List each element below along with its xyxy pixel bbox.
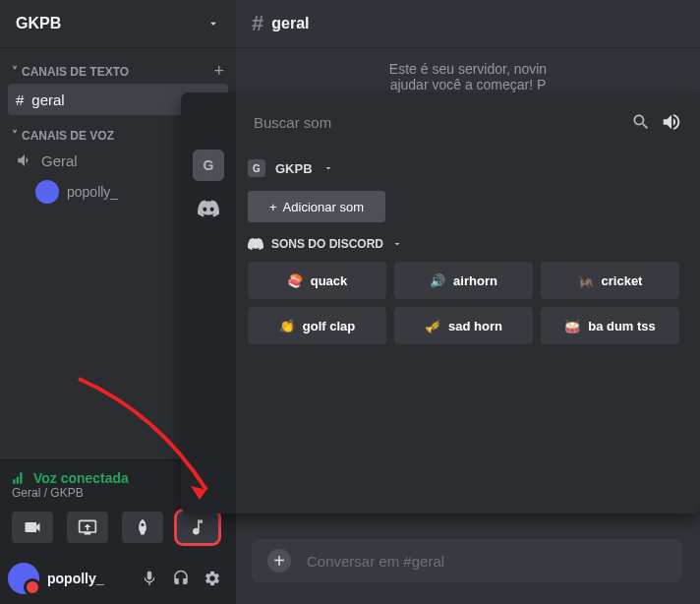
- sound-label: sad horn: [448, 319, 502, 333]
- sound-quack[interactable]: 🍣quack: [248, 262, 386, 299]
- sound-emoji: 🥁: [564, 319, 580, 333]
- sound-sad-horn[interactable]: 🎺sad horn: [394, 307, 533, 344]
- chevron-down-icon: [206, 17, 220, 30]
- sound-airhorn[interactable]: 🔊airhorn: [394, 262, 533, 299]
- voice-connected-label: Voz conectada: [33, 470, 129, 486]
- chevron-down-icon: ˅: [12, 129, 18, 143]
- voice-user-name: popolly_: [67, 184, 118, 200]
- sound-label: ba dum tss: [588, 319, 656, 333]
- channel-name: geral: [31, 91, 64, 108]
- soundboard-server-name: GKPB: [275, 161, 313, 176]
- soundboard-icon: [188, 517, 207, 537]
- channel-title: geral: [271, 15, 309, 32]
- signal-icon: [12, 471, 26, 485]
- soundboard-tab-server[interactable]: G: [193, 150, 224, 181]
- sound-label: quack: [311, 273, 348, 288]
- user-panel: popolly_: [0, 553, 236, 604]
- avatar[interactable]: [8, 563, 39, 594]
- channel-header: # geral: [236, 0, 700, 47]
- soundboard-search: [242, 98, 694, 146]
- soundboard-panel: G G GKPB + Adicionar som SONS DO DISCORD…: [181, 92, 700, 513]
- chevron-down-icon: [322, 162, 334, 174]
- deafen-button[interactable]: [165, 563, 197, 594]
- server-name: GKPB: [16, 15, 206, 32]
- volume-toggle-icon[interactable]: [661, 111, 682, 133]
- category-text[interactable]: ˅ CANAIS DE TEXTO +: [8, 47, 228, 84]
- gear-icon: [204, 570, 221, 587]
- soundboard-tab-discord[interactable]: [193, 193, 224, 224]
- voice-location: Geral / GKPB: [12, 486, 204, 500]
- add-channel-icon[interactable]: +: [213, 61, 224, 82]
- soundboard-button[interactable]: [177, 512, 218, 543]
- sound-emoji: 🎺: [425, 319, 440, 333]
- plus-icon: +: [269, 200, 277, 214]
- server-avatar: G: [248, 159, 265, 177]
- avatar: [35, 180, 59, 204]
- section-label: SONS DO DISCORD: [271, 237, 383, 251]
- mute-button[interactable]: [134, 563, 165, 594]
- discord-icon: [248, 236, 263, 252]
- discord-sounds-section[interactable]: SONS DO DISCORD: [236, 236, 700, 262]
- search-icon[interactable]: [631, 112, 651, 132]
- screen-icon: [78, 517, 97, 537]
- sound-emoji: 🍣: [287, 273, 303, 288]
- activity-button[interactable]: [122, 512, 163, 543]
- message-input[interactable]: + Conversar em #geral: [252, 539, 682, 582]
- server-header[interactable]: GKPB: [0, 0, 236, 47]
- search-input[interactable]: [254, 104, 621, 140]
- username: popolly_: [47, 571, 134, 586]
- soundboard-server-row[interactable]: G GKPB: [236, 151, 700, 185]
- hash-icon: #: [16, 91, 24, 108]
- sound-emoji: 🔊: [430, 273, 445, 288]
- chevron-down-icon: [391, 238, 403, 250]
- video-icon: [23, 517, 42, 537]
- sound-label: airhorn: [453, 273, 497, 288]
- discord-icon: [198, 198, 219, 219]
- mic-icon: [141, 570, 158, 587]
- category-label: CANAIS DE VOZ: [22, 129, 114, 143]
- chevron-down-icon: ˅: [12, 65, 18, 79]
- sound-ba-dum-tss[interactable]: 🥁ba dum tss: [541, 307, 679, 344]
- settings-button[interactable]: [197, 563, 228, 594]
- rocket-icon: [133, 517, 152, 537]
- sound-emoji: 👏: [279, 319, 295, 333]
- sound-emoji: 🦗: [578, 273, 594, 288]
- sound-label: cricket: [602, 273, 643, 288]
- speaker-icon: [16, 151, 33, 169]
- sound-label: golf clap: [303, 319, 355, 333]
- message-placeholder: Conversar em #geral: [307, 553, 444, 570]
- hash-icon: #: [252, 11, 263, 36]
- video-button[interactable]: [12, 512, 53, 543]
- headset-icon: [172, 570, 190, 587]
- sound-cricket[interactable]: 🦗cricket: [541, 262, 679, 299]
- sound-golf-clap[interactable]: 👏golf clap: [248, 307, 386, 344]
- category-label: CANAIS DE TEXTO: [22, 65, 129, 79]
- add-sound-label: Adicionar som: [283, 200, 364, 214]
- attach-button[interactable]: +: [267, 549, 291, 573]
- screenshare-button[interactable]: [67, 512, 108, 543]
- add-sound-button[interactable]: + Adicionar som: [248, 191, 385, 222]
- channel-name: Geral: [41, 152, 78, 169]
